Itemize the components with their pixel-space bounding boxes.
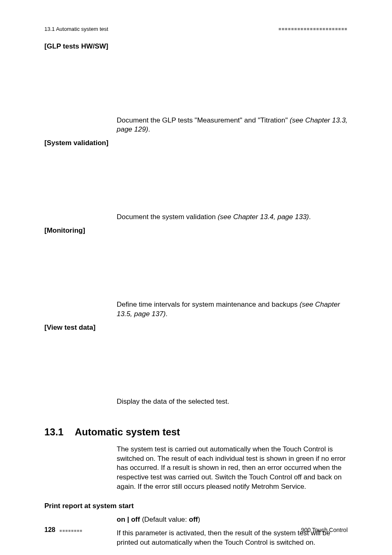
- option-default: off: [189, 516, 198, 523]
- def-monitoring: [Monitoring] Define time intervals for s…: [44, 226, 348, 319]
- page-number: 128: [44, 526, 55, 533]
- def-text: Define time intervals for system mainten…: [117, 301, 300, 308]
- def-text-end: .: [309, 213, 311, 221]
- def-term: [System validation]: [44, 139, 108, 211]
- footer-left: 128 ■■■■■■■■: [44, 525, 83, 534]
- print-report-heading: Print report at system start: [44, 502, 348, 511]
- def-term: [Monitoring]: [44, 226, 85, 298]
- def-desc: Document the GLP tests "Measurement" and…: [44, 116, 348, 135]
- section-number: 13.1: [44, 426, 75, 439]
- def-desc: Define time intervals for system mainten…: [44, 300, 348, 319]
- def-term: [View test data]: [44, 323, 95, 395]
- def-text-end: .: [166, 310, 168, 318]
- def-ref: (see Chapter 13.4, page 133): [218, 213, 309, 221]
- option-values: on | off: [117, 516, 140, 523]
- running-head: 13.1 Automatic system test ■■■■■■■■■■■■■…: [44, 25, 348, 33]
- section-title: Automatic system test: [75, 426, 180, 439]
- def-text: Document the system validation: [117, 213, 218, 221]
- def-glp-tests: [GLP tests HW/SW] Document the GLP tests…: [44, 42, 348, 135]
- section-13-1-heading: 13.1 Automatic system test: [44, 426, 348, 439]
- def-text-end: .: [148, 125, 150, 133]
- def-system-validation: [System validation] Document the system …: [44, 139, 348, 222]
- footer-decor-icon: ■■■■■■■■: [60, 528, 83, 533]
- def-view-test-data: [View test data] Display the data of the…: [44, 323, 348, 407]
- def-desc: Document the system validation (see Chap…: [44, 213, 311, 222]
- paragraph: The system test is carried out automatic…: [117, 445, 348, 492]
- def-term: [GLP tests HW/SW]: [44, 42, 108, 114]
- footer-product: 900 Touch Control: [301, 526, 348, 534]
- header-decor-icon: ■■■■■■■■■■■■■■■■■■■■■■: [279, 26, 348, 32]
- page-footer: 128 ■■■■■■■■ 900 Touch Control: [44, 525, 348, 534]
- def-text: Display the data of the selected test.: [117, 398, 229, 405]
- running-head-text: 13.1 Automatic system test: [44, 25, 108, 33]
- option-close: ): [198, 516, 200, 523]
- section-13-1-body: The system test is carried out automatic…: [117, 445, 348, 492]
- option-text: (Default value:: [140, 516, 189, 523]
- option-line: on | off (Default value: off): [117, 515, 348, 525]
- def-text: Document the GLP tests "Measurement" and…: [117, 116, 290, 124]
- def-desc: Display the data of the selected test.: [44, 397, 229, 407]
